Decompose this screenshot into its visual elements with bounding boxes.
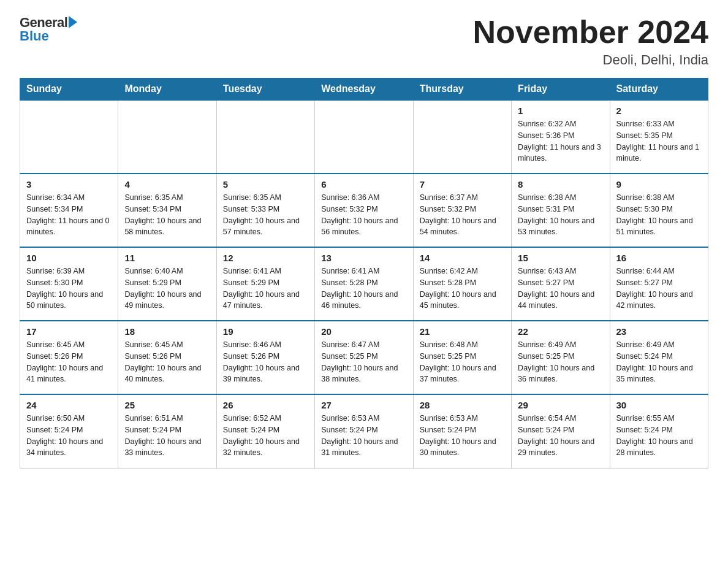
calendar-cell xyxy=(118,100,216,174)
calendar-cell: 5Sunrise: 6:35 AM Sunset: 5:33 PM Daylig… xyxy=(216,174,314,247)
calendar-cell: 13Sunrise: 6:41 AM Sunset: 5:28 PM Dayli… xyxy=(315,247,413,321)
calendar-cell: 11Sunrise: 6:40 AM Sunset: 5:29 PM Dayli… xyxy=(118,247,216,321)
day-number: 18 xyxy=(124,326,210,337)
day-number: 22 xyxy=(518,326,603,337)
day-info: Sunrise: 6:39 AM Sunset: 5:30 PM Dayligh… xyxy=(26,266,112,312)
day-info: Sunrise: 6:54 AM Sunset: 5:24 PM Dayligh… xyxy=(518,413,603,459)
day-number: 13 xyxy=(321,253,406,263)
day-number: 2 xyxy=(616,105,702,116)
day-info: Sunrise: 6:35 AM Sunset: 5:34 PM Dayligh… xyxy=(124,192,210,238)
calendar-week-row: 24Sunrise: 6:50 AM Sunset: 5:24 PM Dayli… xyxy=(20,394,708,468)
day-info: Sunrise: 6:38 AM Sunset: 5:30 PM Dayligh… xyxy=(616,192,702,238)
calendar-week-row: 17Sunrise: 6:45 AM Sunset: 5:26 PM Dayli… xyxy=(20,321,708,394)
calendar-cell: 10Sunrise: 6:39 AM Sunset: 5:30 PM Dayli… xyxy=(20,247,118,321)
day-number: 16 xyxy=(616,253,702,263)
calendar-cell: 25Sunrise: 6:51 AM Sunset: 5:24 PM Dayli… xyxy=(118,394,216,468)
day-info: Sunrise: 6:37 AM Sunset: 5:32 PM Dayligh… xyxy=(420,192,505,238)
day-info: Sunrise: 6:36 AM Sunset: 5:32 PM Dayligh… xyxy=(321,192,406,238)
weekday-header-wednesday: Wednesday xyxy=(315,79,413,101)
weekday-header-sunday: Sunday xyxy=(20,79,118,101)
day-number: 11 xyxy=(124,253,210,263)
day-info: Sunrise: 6:49 AM Sunset: 5:24 PM Dayligh… xyxy=(616,339,702,385)
day-number: 29 xyxy=(518,400,603,410)
day-info: Sunrise: 6:44 AM Sunset: 5:27 PM Dayligh… xyxy=(616,266,702,312)
day-info: Sunrise: 6:48 AM Sunset: 5:25 PM Dayligh… xyxy=(420,339,505,385)
weekday-header-thursday: Thursday xyxy=(413,79,511,101)
weekday-header-saturday: Saturday xyxy=(610,79,708,101)
calendar-cell: 21Sunrise: 6:48 AM Sunset: 5:25 PM Dayli… xyxy=(413,321,511,394)
day-number: 24 xyxy=(26,400,112,410)
calendar-cell: 4Sunrise: 6:35 AM Sunset: 5:34 PM Daylig… xyxy=(118,174,216,247)
day-info: Sunrise: 6:46 AM Sunset: 5:26 PM Dayligh… xyxy=(223,339,308,385)
calendar-cell xyxy=(20,100,118,174)
day-info: Sunrise: 6:40 AM Sunset: 5:29 PM Dayligh… xyxy=(124,266,210,312)
day-number: 3 xyxy=(26,179,112,190)
calendar-cell: 7Sunrise: 6:37 AM Sunset: 5:32 PM Daylig… xyxy=(413,174,511,247)
calendar-cell: 20Sunrise: 6:47 AM Sunset: 5:25 PM Dayli… xyxy=(315,321,413,394)
day-info: Sunrise: 6:50 AM Sunset: 5:24 PM Dayligh… xyxy=(26,413,112,459)
day-info: Sunrise: 6:38 AM Sunset: 5:31 PM Dayligh… xyxy=(518,192,603,238)
calendar-cell: 28Sunrise: 6:53 AM Sunset: 5:24 PM Dayli… xyxy=(413,394,511,468)
day-info: Sunrise: 6:45 AM Sunset: 5:26 PM Dayligh… xyxy=(26,339,112,385)
day-number: 17 xyxy=(26,326,112,337)
calendar-cell: 30Sunrise: 6:55 AM Sunset: 5:24 PM Dayli… xyxy=(610,394,708,468)
weekday-header-friday: Friday xyxy=(512,79,610,101)
month-year-title: November 2024 xyxy=(473,15,708,50)
day-number: 4 xyxy=(124,179,210,190)
calendar-cell: 3Sunrise: 6:34 AM Sunset: 5:34 PM Daylig… xyxy=(20,174,118,247)
calendar-cell: 9Sunrise: 6:38 AM Sunset: 5:30 PM Daylig… xyxy=(610,174,708,247)
calendar-cell: 26Sunrise: 6:52 AM Sunset: 5:24 PM Dayli… xyxy=(216,394,314,468)
title-area: November 2024 Deoli, Delhi, India xyxy=(473,15,708,68)
day-number: 15 xyxy=(518,253,603,263)
calendar-cell: 23Sunrise: 6:49 AM Sunset: 5:24 PM Dayli… xyxy=(610,321,708,394)
calendar-cell: 24Sunrise: 6:50 AM Sunset: 5:24 PM Dayli… xyxy=(20,394,118,468)
day-number: 9 xyxy=(616,179,702,190)
logo-blue-text: Blue xyxy=(20,28,49,44)
calendar-cell: 17Sunrise: 6:45 AM Sunset: 5:26 PM Dayli… xyxy=(20,321,118,394)
day-info: Sunrise: 6:51 AM Sunset: 5:24 PM Dayligh… xyxy=(124,413,210,459)
calendar-cell: 12Sunrise: 6:41 AM Sunset: 5:29 PM Dayli… xyxy=(216,247,314,321)
day-number: 14 xyxy=(420,253,505,263)
weekday-header-monday: Monday xyxy=(118,79,216,101)
day-number: 30 xyxy=(616,400,702,410)
calendar-cell: 1Sunrise: 6:32 AM Sunset: 5:36 PM Daylig… xyxy=(512,100,610,174)
calendar-cell: 16Sunrise: 6:44 AM Sunset: 5:27 PM Dayli… xyxy=(610,247,708,321)
calendar-cell: 15Sunrise: 6:43 AM Sunset: 5:27 PM Dayli… xyxy=(512,247,610,321)
calendar-cell: 29Sunrise: 6:54 AM Sunset: 5:24 PM Dayli… xyxy=(512,394,610,468)
day-info: Sunrise: 6:42 AM Sunset: 5:28 PM Dayligh… xyxy=(420,266,505,312)
day-number: 21 xyxy=(420,326,505,337)
calendar-cell: 18Sunrise: 6:45 AM Sunset: 5:26 PM Dayli… xyxy=(118,321,216,394)
page-header: General Blue November 2024 Deoli, Delhi,… xyxy=(20,15,708,68)
day-number: 23 xyxy=(616,326,702,337)
calendar-week-row: 1Sunrise: 6:32 AM Sunset: 5:36 PM Daylig… xyxy=(20,100,708,174)
calendar-cell xyxy=(216,100,314,174)
day-info: Sunrise: 6:53 AM Sunset: 5:24 PM Dayligh… xyxy=(321,413,406,459)
day-info: Sunrise: 6:41 AM Sunset: 5:28 PM Dayligh… xyxy=(321,266,406,312)
calendar-cell: 22Sunrise: 6:49 AM Sunset: 5:25 PM Dayli… xyxy=(512,321,610,394)
day-info: Sunrise: 6:33 AM Sunset: 5:35 PM Dayligh… xyxy=(616,118,702,164)
calendar-cell xyxy=(315,100,413,174)
day-number: 5 xyxy=(223,179,308,190)
day-info: Sunrise: 6:35 AM Sunset: 5:33 PM Dayligh… xyxy=(223,192,308,238)
day-info: Sunrise: 6:41 AM Sunset: 5:29 PM Dayligh… xyxy=(223,266,308,312)
day-number: 1 xyxy=(518,105,603,116)
day-info: Sunrise: 6:49 AM Sunset: 5:25 PM Dayligh… xyxy=(518,339,603,385)
day-number: 7 xyxy=(420,179,505,190)
day-number: 19 xyxy=(223,326,308,337)
calendar-cell: 2Sunrise: 6:33 AM Sunset: 5:35 PM Daylig… xyxy=(610,100,708,174)
calendar-cell: 27Sunrise: 6:53 AM Sunset: 5:24 PM Dayli… xyxy=(315,394,413,468)
location-subtitle: Deoli, Delhi, India xyxy=(473,52,708,68)
logo: General Blue xyxy=(20,15,77,44)
day-number: 26 xyxy=(223,400,308,410)
day-number: 28 xyxy=(420,400,505,410)
day-info: Sunrise: 6:52 AM Sunset: 5:24 PM Dayligh… xyxy=(223,413,308,459)
day-info: Sunrise: 6:45 AM Sunset: 5:26 PM Dayligh… xyxy=(124,339,210,385)
calendar-week-row: 10Sunrise: 6:39 AM Sunset: 5:30 PM Dayli… xyxy=(20,247,708,321)
logo-triangle-icon xyxy=(69,16,77,28)
day-number: 6 xyxy=(321,179,406,190)
calendar-cell: 8Sunrise: 6:38 AM Sunset: 5:31 PM Daylig… xyxy=(512,174,610,247)
calendar-table: SundayMondayTuesdayWednesdayThursdayFrid… xyxy=(20,78,708,469)
day-info: Sunrise: 6:34 AM Sunset: 5:34 PM Dayligh… xyxy=(26,192,112,238)
day-number: 12 xyxy=(223,253,308,263)
day-number: 8 xyxy=(518,179,603,190)
